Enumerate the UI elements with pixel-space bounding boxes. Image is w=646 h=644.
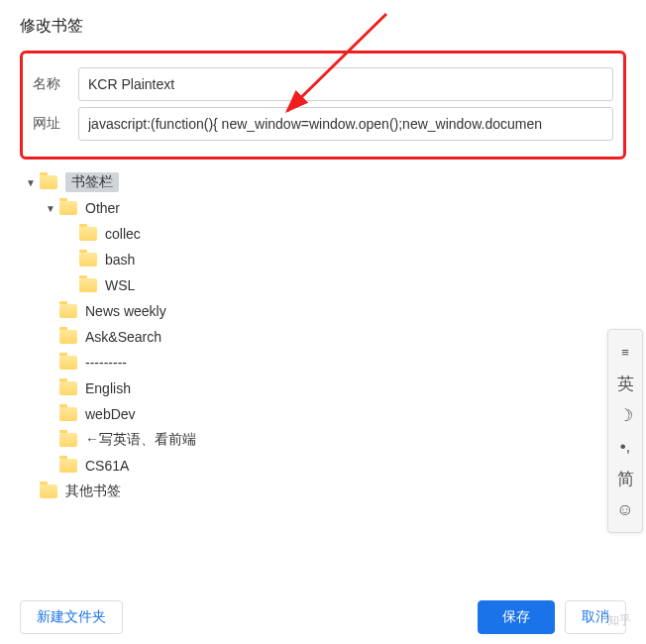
tree-item-label: WSL — [105, 277, 135, 293]
url-label: 网址 — [33, 115, 78, 133]
url-row: 网址 — [33, 107, 613, 141]
chevron-down-icon[interactable]: ▼ — [24, 175, 38, 189]
folder-icon — [59, 356, 77, 370]
tree-row[interactable]: ▼Other — [24, 195, 626, 221]
tree-row[interactable]: ▶webDev — [24, 401, 626, 427]
highlighted-fields: 名称 网址 — [20, 51, 626, 160]
ime-menu-icon[interactable]: ≡ — [611, 336, 639, 368]
tree-item-label: webDev — [85, 406, 136, 422]
folder-icon — [59, 433, 77, 447]
dialog-title: 修改书签 — [20, 16, 626, 37]
name-label: 名称 — [33, 75, 78, 93]
footer-right: 保存 取消 — [478, 600, 626, 634]
name-input[interactable] — [78, 67, 613, 101]
url-input[interactable] — [78, 107, 613, 141]
tree-row[interactable]: ▶←写英语、看前端 — [24, 427, 626, 453]
new-folder-button[interactable]: 新建文件夹 — [20, 600, 123, 634]
tree-item-label: Other — [85, 200, 120, 216]
folder-icon — [40, 175, 57, 189]
ime-moon-icon[interactable]: ☽ — [611, 399, 639, 431]
tree-item-label: --------- — [85, 355, 127, 371]
tree-row[interactable]: ▶WSL — [24, 272, 626, 298]
tree-row[interactable]: ▶News weekly — [24, 298, 626, 324]
folder-icon — [59, 459, 77, 473]
tree-row[interactable]: ▶Ask&Search — [24, 324, 626, 350]
tree-item-label: 书签栏 — [65, 172, 119, 192]
folder-icon — [59, 304, 77, 318]
folder-icon — [79, 278, 97, 292]
folder-icon — [59, 381, 77, 395]
dialog-footer: 新建文件夹 保存 取消 — [20, 600, 626, 634]
tree-row[interactable]: ▶bash — [24, 247, 626, 272]
ime-punct-icon[interactable]: •, — [611, 431, 639, 463]
tree-row[interactable]: ▶--------- — [24, 350, 626, 376]
folder-icon — [79, 227, 97, 241]
ime-lang-en[interactable]: 英 — [611, 368, 639, 399]
folder-icon — [59, 201, 77, 215]
folder-icon — [79, 253, 97, 267]
cancel-button[interactable]: 取消 — [565, 600, 626, 634]
tree-row[interactable]: ▼书签栏 — [24, 169, 626, 195]
tree-item-label: News weekly — [85, 303, 166, 319]
folder-icon — [40, 484, 57, 498]
tree-item-label: Ask&Search — [85, 329, 162, 345]
tree-row[interactable]: ▶CS61A — [24, 453, 626, 479]
folder-tree: ▼书签栏▼Other▶collec▶bash▶WSL▶News weekly▶A… — [20, 169, 626, 504]
ime-floating-panel[interactable]: ≡ 英 ☽ •, 简 ☺ — [607, 329, 643, 533]
tree-item-label: 其他书签 — [65, 483, 121, 500]
folder-icon — [59, 330, 77, 344]
name-row: 名称 — [33, 67, 613, 101]
chevron-down-icon[interactable]: ▼ — [44, 201, 57, 215]
tree-row[interactable]: ▶English — [24, 376, 626, 401]
folder-icon — [59, 407, 77, 421]
tree-row[interactable]: ▶其他书签 — [24, 479, 626, 504]
tree-item-label: CS61A — [85, 458, 129, 474]
tree-item-label: English — [85, 380, 131, 396]
tree-item-label: bash — [105, 252, 135, 268]
save-button[interactable]: 保存 — [478, 600, 555, 634]
ime-simp-icon[interactable]: 简 — [611, 463, 639, 494]
ime-emoji-icon[interactable]: ☺ — [611, 494, 639, 526]
tree-item-label: ←写英语、看前端 — [85, 431, 196, 449]
tree-row[interactable]: ▶collec — [24, 221, 626, 247]
tree-item-label: collec — [105, 226, 141, 242]
edit-bookmark-dialog: 修改书签 名称 网址 ▼书签栏▼Other▶collec▶bash▶WSL▶Ne… — [0, 0, 646, 520]
